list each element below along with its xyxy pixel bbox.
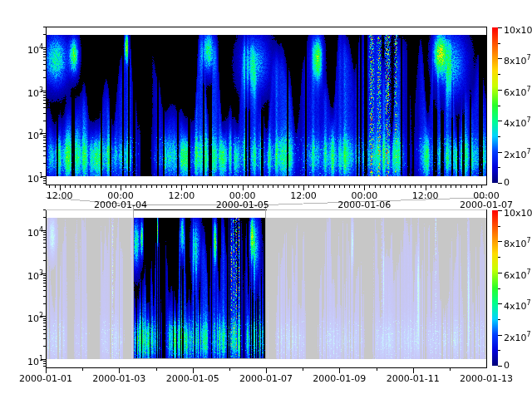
axis-labels-layer: 12:0000:002000-01-0412:0000:002000-01-05… — [0, 0, 532, 399]
y-tick-label: 104 — [17, 224, 43, 239]
colorbar-tick-label: 6x107 — [504, 266, 531, 282]
x-tick-date-label: 2000-01-13 — [459, 372, 514, 385]
y-tick-label: 101 — [17, 352, 43, 368]
x-tick-date-label: 2000-01-04 — [93, 199, 148, 211]
x-tick-date-label: 2000-01-05 — [165, 372, 220, 385]
x-tick-time-label: 12:00 — [409, 190, 442, 202]
x-tick-date-label: 2000-01-05 — [215, 199, 270, 211]
x-tick-date-label: 2000-01-11 — [386, 372, 441, 385]
x-tick-time-label: 12:00 — [165, 190, 198, 202]
x-tick-date-label: 2000-01-07 — [239, 372, 293, 385]
x-tick-time-label: 12:00 — [43, 190, 76, 202]
colorbar-tick-label: 10x107 — [504, 204, 532, 219]
colorbar-tick-label: 4x107 — [504, 297, 531, 313]
colorbar-tick-label: 0 — [504, 359, 510, 372]
colorbar-tick-label: 6x107 — [504, 83, 531, 99]
colorbar-tick-label: 10x107 — [504, 21, 532, 37]
x-tick-date-label: 2000-01-06 — [337, 199, 392, 211]
colorbar-tick-label: 2x107 — [504, 145, 531, 161]
spectrogram-viewer: 12:0000:002000-01-0412:0000:002000-01-05… — [0, 0, 532, 399]
colorbar-tick-label: 2x107 — [504, 328, 531, 344]
y-tick-label: 101 — [17, 170, 43, 185]
x-tick-date-label: 2000-01-03 — [91, 372, 146, 385]
y-tick-label: 103 — [17, 267, 43, 283]
x-tick-date-label: 2000-01-01 — [18, 372, 73, 385]
y-tick-label: 104 — [17, 41, 43, 57]
x-tick-date-label: 2000-01-09 — [312, 372, 367, 385]
y-tick-label: 103 — [17, 84, 43, 100]
y-tick-label: 102 — [17, 309, 43, 325]
colorbar-tick-label: 4x107 — [504, 114, 531, 130]
colorbar-tick-label: 8x107 — [504, 52, 531, 67]
colorbar-tick-label: 8x107 — [504, 234, 531, 250]
colorbar-tick-label: 0 — [504, 176, 510, 189]
y-tick-label: 102 — [17, 126, 43, 142]
x-tick-time-label: 12:00 — [287, 190, 320, 202]
